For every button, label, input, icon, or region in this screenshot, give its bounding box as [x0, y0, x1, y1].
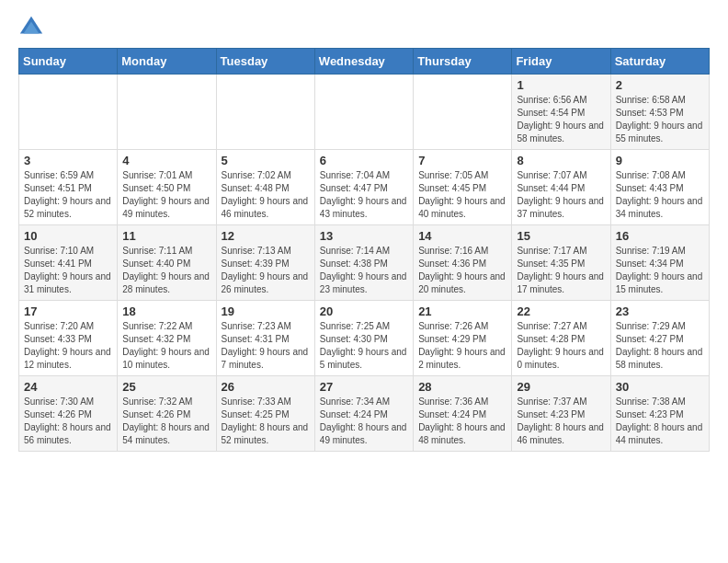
day-info: Sunrise: 6:56 AM Sunset: 4:54 PM Dayligh… — [517, 94, 605, 145]
calendar-cell: 9Sunrise: 7:08 AM Sunset: 4:43 PM Daylig… — [610, 150, 709, 225]
calendar-cell: 12Sunrise: 7:13 AM Sunset: 4:39 PM Dayli… — [216, 225, 314, 301]
calendar-cell: 18Sunrise: 7:22 AM Sunset: 4:32 PM Dayli… — [118, 301, 216, 376]
weekday-header-row: SundayMondayTuesdayWednesdayThursdayFrid… — [19, 49, 710, 75]
calendar-week-4: 17Sunrise: 7:20 AM Sunset: 4:33 PM Dayli… — [19, 301, 710, 376]
calendar-cell: 15Sunrise: 7:17 AM Sunset: 4:35 PM Dayli… — [512, 225, 610, 301]
day-number: 23 — [616, 304, 704, 318]
calendar-week-5: 24Sunrise: 7:30 AM Sunset: 4:26 PM Dayli… — [19, 376, 710, 452]
calendar-cell: 13Sunrise: 7:14 AM Sunset: 4:38 PM Dayli… — [314, 225, 413, 301]
calendar-cell: 27Sunrise: 7:34 AM Sunset: 4:24 PM Dayli… — [314, 376, 413, 452]
calendar-cell: 5Sunrise: 7:02 AM Sunset: 4:48 PM Daylig… — [216, 150, 314, 225]
weekday-header-tuesday: Tuesday — [216, 49, 314, 75]
day-info: Sunrise: 7:19 AM Sunset: 4:34 PM Dayligh… — [616, 245, 704, 296]
calendar-cell: 29Sunrise: 7:37 AM Sunset: 4:23 PM Dayli… — [512, 376, 610, 452]
calendar-cell — [314, 75, 413, 150]
calendar-cell: 21Sunrise: 7:26 AM Sunset: 4:29 PM Dayli… — [414, 301, 512, 376]
calendar-cell: 23Sunrise: 7:29 AM Sunset: 4:27 PM Dayli… — [610, 301, 709, 376]
day-number: 21 — [418, 304, 506, 318]
calendar-cell: 24Sunrise: 7:30 AM Sunset: 4:26 PM Dayli… — [19, 376, 118, 452]
day-number: 25 — [122, 380, 210, 394]
day-number: 5 — [222, 154, 310, 167]
calendar-cell: 26Sunrise: 7:33 AM Sunset: 4:25 PM Dayli… — [216, 376, 314, 452]
weekday-header-thursday: Thursday — [414, 49, 512, 75]
day-info: Sunrise: 7:29 AM Sunset: 4:27 PM Dayligh… — [616, 320, 704, 372]
calendar-cell: 30Sunrise: 7:38 AM Sunset: 4:23 PM Dayli… — [610, 376, 709, 452]
day-number: 6 — [320, 154, 408, 167]
day-number: 12 — [222, 229, 310, 243]
day-info: Sunrise: 7:36 AM Sunset: 4:24 PM Dayligh… — [418, 396, 506, 447]
calendar-cell: 17Sunrise: 7:20 AM Sunset: 4:33 PM Dayli… — [19, 301, 118, 376]
day-number: 27 — [320, 380, 408, 394]
calendar-table: SundayMondayTuesdayWednesdayThursdayFrid… — [18, 48, 710, 452]
day-info: Sunrise: 7:30 AM Sunset: 4:26 PM Dayligh… — [24, 396, 112, 447]
calendar-cell: 20Sunrise: 7:25 AM Sunset: 4:30 PM Dayli… — [314, 301, 413, 376]
day-number: 11 — [122, 229, 210, 243]
day-info: Sunrise: 7:10 AM Sunset: 4:41 PM Dayligh… — [24, 245, 112, 296]
day-number: 17 — [24, 304, 112, 318]
calendar-cell: 19Sunrise: 7:23 AM Sunset: 4:31 PM Dayli… — [216, 301, 314, 376]
calendar-week-2: 3Sunrise: 6:59 AM Sunset: 4:51 PM Daylig… — [19, 150, 710, 225]
weekday-header-saturday: Saturday — [610, 49, 709, 75]
day-info: Sunrise: 7:20 AM Sunset: 4:33 PM Dayligh… — [24, 320, 112, 372]
calendar-cell: 4Sunrise: 7:01 AM Sunset: 4:50 PM Daylig… — [118, 150, 216, 225]
calendar-week-3: 10Sunrise: 7:10 AM Sunset: 4:41 PM Dayli… — [19, 225, 710, 301]
day-number: 22 — [517, 304, 605, 318]
day-info: Sunrise: 7:02 AM Sunset: 4:48 PM Dayligh… — [222, 169, 310, 221]
day-info: Sunrise: 7:25 AM Sunset: 4:30 PM Dayligh… — [320, 320, 408, 372]
calendar-cell: 28Sunrise: 7:36 AM Sunset: 4:24 PM Dayli… — [414, 376, 512, 452]
day-info: Sunrise: 7:22 AM Sunset: 4:32 PM Dayligh… — [122, 320, 210, 372]
day-number: 2 — [616, 78, 704, 92]
day-info: Sunrise: 7:37 AM Sunset: 4:23 PM Dayligh… — [517, 396, 605, 447]
day-info: Sunrise: 7:23 AM Sunset: 4:31 PM Dayligh… — [222, 320, 310, 372]
day-number: 7 — [418, 154, 506, 167]
calendar-cell — [118, 75, 216, 150]
logo — [18, 15, 48, 40]
day-info: Sunrise: 7:01 AM Sunset: 4:50 PM Dayligh… — [122, 169, 210, 221]
calendar-cell: 3Sunrise: 6:59 AM Sunset: 4:51 PM Daylig… — [19, 150, 118, 225]
day-number: 19 — [222, 304, 310, 318]
calendar-week-1: 1Sunrise: 6:56 AM Sunset: 4:54 PM Daylig… — [19, 75, 710, 150]
calendar-cell: 1Sunrise: 6:56 AM Sunset: 4:54 PM Daylig… — [512, 75, 610, 150]
day-info: Sunrise: 7:07 AM Sunset: 4:44 PM Dayligh… — [517, 169, 605, 221]
day-number: 3 — [24, 154, 112, 167]
day-info: Sunrise: 7:05 AM Sunset: 4:45 PM Dayligh… — [418, 169, 506, 221]
day-number: 1 — [517, 78, 605, 92]
calendar-cell: 11Sunrise: 7:11 AM Sunset: 4:40 PM Dayli… — [118, 225, 216, 301]
day-info: Sunrise: 7:11 AM Sunset: 4:40 PM Dayligh… — [122, 245, 210, 296]
day-number: 14 — [418, 229, 506, 243]
day-info: Sunrise: 7:33 AM Sunset: 4:25 PM Dayligh… — [222, 396, 310, 447]
day-number: 24 — [24, 380, 112, 394]
day-number: 26 — [222, 380, 310, 394]
day-info: Sunrise: 7:16 AM Sunset: 4:36 PM Dayligh… — [418, 245, 506, 296]
day-info: Sunrise: 7:04 AM Sunset: 4:47 PM Dayligh… — [320, 169, 408, 221]
calendar-cell: 2Sunrise: 6:58 AM Sunset: 4:53 PM Daylig… — [610, 75, 709, 150]
day-info: Sunrise: 7:26 AM Sunset: 4:29 PM Dayligh… — [418, 320, 506, 372]
header — [18, 15, 710, 40]
day-number: 13 — [320, 229, 408, 243]
weekday-header-monday: Monday — [118, 49, 216, 75]
calendar-cell: 6Sunrise: 7:04 AM Sunset: 4:47 PM Daylig… — [314, 150, 413, 225]
weekday-header-friday: Friday — [512, 49, 610, 75]
day-info: Sunrise: 7:27 AM Sunset: 4:28 PM Dayligh… — [517, 320, 605, 372]
day-info: Sunrise: 6:58 AM Sunset: 4:53 PM Dayligh… — [616, 94, 704, 145]
day-number: 30 — [616, 380, 704, 394]
day-info: Sunrise: 7:38 AM Sunset: 4:23 PM Dayligh… — [616, 396, 704, 447]
day-number: 9 — [616, 154, 704, 167]
logo-icon — [18, 15, 44, 40]
day-number: 10 — [24, 229, 112, 243]
calendar-cell: 7Sunrise: 7:05 AM Sunset: 4:45 PM Daylig… — [414, 150, 512, 225]
calendar-cell — [19, 75, 118, 150]
calendar-cell: 16Sunrise: 7:19 AM Sunset: 4:34 PM Dayli… — [610, 225, 709, 301]
day-info: Sunrise: 7:32 AM Sunset: 4:26 PM Dayligh… — [122, 396, 210, 447]
day-info: Sunrise: 7:08 AM Sunset: 4:43 PM Dayligh… — [616, 169, 704, 221]
day-info: Sunrise: 7:13 AM Sunset: 4:39 PM Dayligh… — [222, 245, 310, 296]
day-number: 18 — [122, 304, 210, 318]
calendar-cell: 22Sunrise: 7:27 AM Sunset: 4:28 PM Dayli… — [512, 301, 610, 376]
day-number: 15 — [517, 229, 605, 243]
calendar-cell — [216, 75, 314, 150]
weekday-header-wednesday: Wednesday — [314, 49, 413, 75]
weekday-header-sunday: Sunday — [19, 49, 118, 75]
day-info: Sunrise: 7:14 AM Sunset: 4:38 PM Dayligh… — [320, 245, 408, 296]
day-number: 16 — [616, 229, 704, 243]
day-info: Sunrise: 7:34 AM Sunset: 4:24 PM Dayligh… — [320, 396, 408, 447]
